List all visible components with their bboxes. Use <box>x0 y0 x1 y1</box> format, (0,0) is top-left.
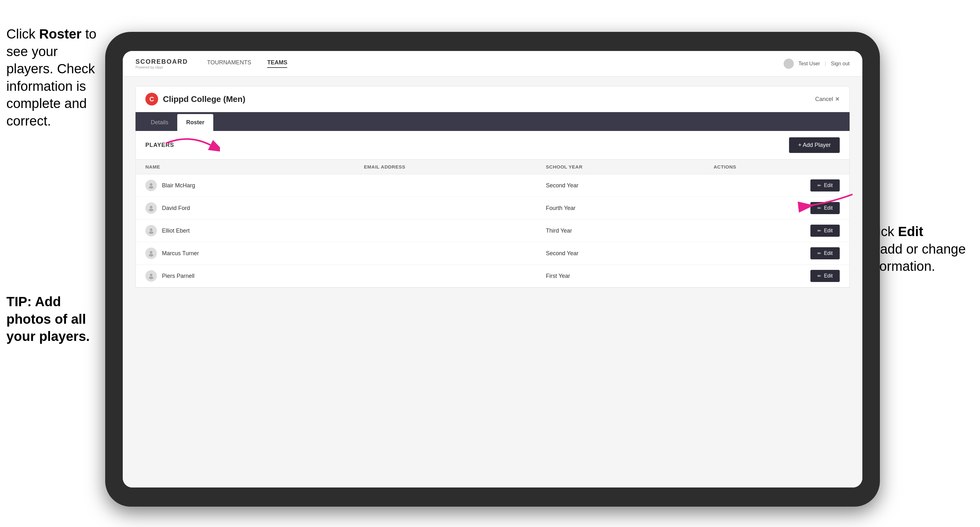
col-email: EMAIL ADDRESS <box>355 160 536 174</box>
table-row: Blair McHarg Second Year ✏ Edit <box>136 174 849 197</box>
team-header: C Clippd College (Men) Cancel ✕ <box>135 86 850 112</box>
logo-title: SCOREBOARD <box>135 58 188 65</box>
player-name: Blair McHarg <box>162 182 195 189</box>
tip-annotation: TIP: Add photos of all your players. <box>6 293 108 345</box>
player-avatar <box>145 270 157 282</box>
player-avatar <box>145 248 157 259</box>
left-annotation: Click Roster to see your players. Check … <box>6 25 102 130</box>
signout-link[interactable]: Sign out <box>831 61 850 67</box>
player-name: David Ford <box>162 205 190 211</box>
player-email <box>355 242 536 265</box>
player-avatar <box>145 202 157 214</box>
cancel-button[interactable]: Cancel ✕ <box>815 95 840 103</box>
roster-bold: Roster <box>39 27 82 41</box>
player-name: Marcus Turner <box>162 250 199 257</box>
edit-label: Edit <box>824 251 833 256</box>
nav-right: Test User | Sign out <box>784 59 850 69</box>
tablet-frame: SCOREBOARD Powered by clippi TOURNAMENTS… <box>105 32 880 506</box>
col-actions: ACTIONS <box>704 160 849 174</box>
svg-point-1 <box>149 186 153 189</box>
team-name-row: C Clippd College (Men) <box>145 93 245 105</box>
table-row: David Ford Fourth Year ✏ Edit <box>136 197 849 219</box>
nav-tournaments[interactable]: TOURNAMENTS <box>207 59 251 68</box>
player-name-cell: Elliot Ebert <box>136 219 355 242</box>
svg-point-2 <box>150 206 153 208</box>
player-school-year: Second Year <box>536 174 704 197</box>
roster-header: PLAYERS + Add Player <box>136 131 849 160</box>
nav-bar: SCOREBOARD Powered by clippi TOURNAMENTS… <box>123 51 862 76</box>
player-name: Elliot Ebert <box>162 227 190 234</box>
player-actions-cell: ✏ Edit <box>704 265 849 287</box>
player-avatar <box>145 180 157 191</box>
pencil-icon: ✏ <box>818 228 821 233</box>
nav-username: Test User <box>799 61 820 67</box>
svg-point-0 <box>150 183 153 186</box>
nav-links: TOURNAMENTS TEAMS <box>207 59 783 68</box>
player-actions-cell: ✏ Edit <box>704 242 849 265</box>
table-row: Marcus Turner Second Year ✏ Edit <box>136 242 849 265</box>
add-player-button[interactable]: + Add Player <box>789 137 840 153</box>
player-name-cell: Piers Parnell <box>136 265 355 287</box>
logo-area: SCOREBOARD Powered by clippi <box>135 58 188 69</box>
svg-point-6 <box>150 251 153 254</box>
players-table: NAME EMAIL ADDRESS SCHOOL YEAR ACTIONS <box>136 160 849 287</box>
col-name: NAME <box>136 160 355 174</box>
col-school-year: SCHOOL YEAR <box>536 160 704 174</box>
edit-player-button[interactable]: ✏ Edit <box>810 247 840 259</box>
table-header-row: NAME EMAIL ADDRESS SCHOOL YEAR ACTIONS <box>136 160 849 174</box>
svg-point-5 <box>149 231 153 234</box>
pencil-icon: ✏ <box>818 251 821 256</box>
edit-bold: Edit <box>898 224 923 239</box>
svg-point-7 <box>149 254 153 257</box>
tablet-screen: SCOREBOARD Powered by clippi TOURNAMENTS… <box>123 51 862 487</box>
team-title: Clippd College (Men) <box>163 94 245 104</box>
edit-label: Edit <box>824 228 833 233</box>
nav-teams[interactable]: TEAMS <box>267 59 287 68</box>
tab-bar: Details Roster <box>135 112 850 131</box>
table-row: Elliot Ebert Third Year ✏ Edit <box>136 219 849 242</box>
player-name-cell: Marcus Turner <box>136 242 355 265</box>
right-annotation: Click Editto add or changeinformation. <box>865 223 974 275</box>
player-school-year: First Year <box>536 265 704 287</box>
player-name: Piers Parnell <box>162 273 194 279</box>
svg-point-8 <box>150 274 153 276</box>
team-logo: C <box>145 93 158 105</box>
pencil-icon: ✏ <box>818 273 821 278</box>
edit-arrow <box>782 185 859 223</box>
svg-point-9 <box>149 276 153 279</box>
player-email <box>355 197 536 219</box>
player-email <box>355 174 536 197</box>
player-name-cell: Blair McHarg <box>136 174 355 197</box>
player-school-year: Third Year <box>536 219 704 242</box>
table-row: Piers Parnell First Year ✏ Edit <box>136 265 849 287</box>
player-name-cell: David Ford <box>136 197 355 219</box>
player-school-year: Second Year <box>536 242 704 265</box>
player-avatar <box>145 225 157 237</box>
player-email <box>355 219 536 242</box>
player-email <box>355 265 536 287</box>
logo-subtitle: Powered by clippi <box>135 65 188 69</box>
edit-player-button[interactable]: ✏ Edit <box>810 225 840 237</box>
svg-point-4 <box>150 229 153 231</box>
user-avatar-icon <box>784 59 794 69</box>
player-school-year: Fourth Year <box>536 197 704 219</box>
edit-label: Edit <box>824 273 833 279</box>
content-area: C Clippd College (Men) Cancel ✕ Details … <box>123 76 862 487</box>
edit-player-button[interactable]: ✏ Edit <box>810 270 840 282</box>
svg-point-3 <box>149 209 153 211</box>
nav-separator: | <box>825 61 826 67</box>
roster-arrow <box>156 127 220 159</box>
roster-panel: PLAYERS + Add Player NAME EMAIL ADDRESS … <box>135 131 850 288</box>
